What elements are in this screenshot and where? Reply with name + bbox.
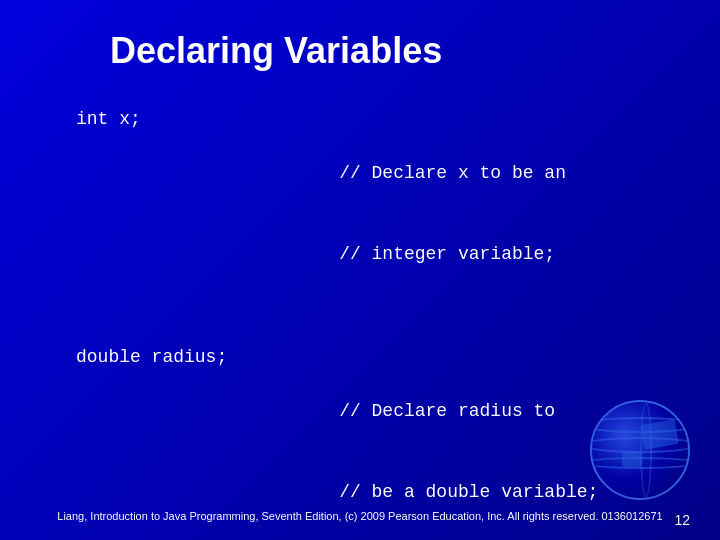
footer-text: Liang, Introduction to Java Programming,… <box>0 510 720 522</box>
page-number: 12 <box>674 512 690 528</box>
comment-cell-1a: // Declare x to be an // integer variabl… <box>333 102 690 326</box>
globe-decoration <box>590 400 690 500</box>
globe-ring-2 <box>640 402 652 498</box>
slide-title: Declaring Variables <box>110 30 670 72</box>
comment-line-1b: // integer variable; <box>339 241 684 268</box>
table-row: int x; // Declare x to be an // integer … <box>70 102 690 326</box>
slide-container: Declaring Variables int x; // Declare x … <box>0 0 720 540</box>
spacer-row-1 <box>70 326 690 340</box>
continent-shape <box>640 419 679 450</box>
continent-shape-2 <box>622 452 642 467</box>
code-cell-1: int x; <box>70 102 333 326</box>
comment-line-1a: // Declare x to be an <box>339 160 684 187</box>
